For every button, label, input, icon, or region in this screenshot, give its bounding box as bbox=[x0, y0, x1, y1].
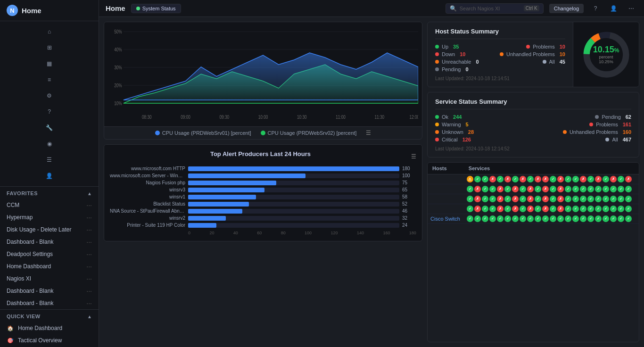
service-icon[interactable]: ✓ bbox=[595, 186, 602, 192]
host-name-link[interactable]: Cisco Switch bbox=[430, 216, 460, 222]
service-icon[interactable]: ✓ bbox=[489, 196, 496, 202]
sidebar-item-dashboard-blank-1[interactable]: Dashboard - Blank ··· bbox=[0, 236, 99, 248]
service-icon[interactable]: ✓ bbox=[512, 176, 519, 182]
service-icon[interactable]: ✓ bbox=[572, 196, 579, 202]
service-icon[interactable]: ✓ bbox=[572, 176, 579, 182]
service-icon[interactable]: ✓ bbox=[580, 196, 586, 202]
svc-pending-count[interactable]: 62 bbox=[626, 114, 631, 120]
db3-dots[interactable]: ··· bbox=[86, 299, 92, 307]
service-icon[interactable]: ✓ bbox=[550, 215, 556, 222]
service-icon[interactable]: ✓ bbox=[504, 206, 511, 212]
sidebar-item-home-dashboard[interactable]: 🏠 Home Dashboard bbox=[0, 322, 99, 334]
service-icon[interactable]: ✓ bbox=[610, 206, 617, 212]
chart-menu-button[interactable]: ☰ bbox=[366, 130, 371, 136]
problems-count[interactable]: 10 bbox=[560, 44, 565, 50]
service-icon[interactable]: ✗ bbox=[527, 206, 534, 212]
service-icon[interactable]: ✓ bbox=[572, 186, 579, 192]
alert-chart-menu-button[interactable]: ☰ bbox=[411, 153, 416, 160]
service-icon[interactable]: ✗ bbox=[557, 176, 564, 182]
service-icon[interactable]: ✓ bbox=[550, 206, 556, 212]
service-icon[interactable]: ✗ bbox=[497, 186, 504, 192]
service-icon[interactable]: ✗ bbox=[580, 176, 586, 182]
svc-all-count[interactable]: 467 bbox=[623, 137, 631, 142]
service-icon[interactable]: ✓ bbox=[610, 186, 617, 192]
service-icon[interactable]: ✓ bbox=[587, 215, 594, 222]
service-icon[interactable]: ✓ bbox=[520, 196, 526, 202]
service-icon[interactable]: ✓ bbox=[520, 215, 526, 222]
service-icon[interactable]: ✗ bbox=[542, 186, 549, 192]
service-icon[interactable]: ✗ bbox=[595, 176, 602, 182]
dp-dots[interactable]: ··· bbox=[86, 250, 92, 258]
service-icon[interactable]: ✗ bbox=[497, 196, 504, 202]
sidebar-home-icon[interactable]: ⌂ bbox=[42, 25, 57, 38]
service-icon[interactable]: ✓ bbox=[595, 196, 602, 202]
unknown-count[interactable]: 28 bbox=[468, 129, 474, 135]
sidebar-grid-icon[interactable]: ⊞ bbox=[42, 41, 57, 54]
service-icon[interactable]: ✓ bbox=[565, 206, 571, 212]
sidebar-user-icon[interactable]: 👤 bbox=[42, 169, 57, 182]
pending-count[interactable]: 0 bbox=[465, 66, 468, 72]
unhandled-count[interactable]: 10 bbox=[560, 51, 565, 57]
service-icon[interactable]: ✓ bbox=[489, 215, 496, 222]
services-table-scroll[interactable]: Hosts Services ⚠✓✓✗✓✗✓✗✓✗✗✓✗✓✓✗✓✗✓✗✓✗✓✗✓… bbox=[428, 163, 639, 224]
search-box[interactable]: 🔍 Ctrl K bbox=[446, 3, 544, 14]
service-icon[interactable]: ✓ bbox=[482, 215, 488, 222]
service-icon[interactable]: ✓ bbox=[520, 186, 526, 192]
service-icon[interactable]: ✓ bbox=[618, 196, 624, 202]
service-icon[interactable]: ✓ bbox=[565, 186, 571, 192]
service-icon[interactable]: ✓ bbox=[618, 186, 624, 192]
service-icon[interactable]: ✗ bbox=[512, 206, 519, 212]
favorites-toggle[interactable]: ▲ bbox=[87, 191, 92, 196]
service-icon[interactable]: ✓ bbox=[595, 215, 602, 222]
service-icon[interactable]: ✗ bbox=[557, 196, 564, 202]
service-icon[interactable]: ✓ bbox=[603, 206, 609, 212]
nxi-dots[interactable]: ··· bbox=[86, 275, 92, 282]
svc-problems-count[interactable]: 161 bbox=[623, 122, 631, 127]
sidebar-item-dashboard-blank-3[interactable]: Dashboard - Blank ··· bbox=[0, 297, 99, 309]
service-icon[interactable]: ✓ bbox=[535, 215, 541, 222]
service-icon[interactable]: ✓ bbox=[550, 196, 556, 202]
service-icon[interactable]: ✓ bbox=[565, 215, 571, 222]
service-icon[interactable]: ✓ bbox=[535, 186, 541, 192]
sidebar-item-dashboard-blank-2[interactable]: Dashboard - Blank ··· bbox=[0, 285, 99, 297]
service-icon[interactable]: ✗ bbox=[527, 186, 534, 192]
sidebar-item-nagios-xi[interactable]: Nagios XI ··· bbox=[0, 273, 99, 285]
service-icon[interactable]: ✓ bbox=[489, 206, 496, 212]
sidebar-item-deadpool[interactable]: Deadpool Settings ··· bbox=[0, 248, 99, 260]
service-icon[interactable]: ✓ bbox=[595, 206, 602, 212]
service-icon[interactable]: ✓ bbox=[535, 196, 541, 202]
sh-dots[interactable]: ··· bbox=[86, 263, 92, 270]
service-icon[interactable]: ✓ bbox=[504, 186, 511, 192]
service-icon[interactable]: ✓ bbox=[587, 196, 594, 202]
sidebar-network-icon[interactable]: ◉ bbox=[42, 137, 57, 150]
service-icon[interactable]: ✓ bbox=[618, 206, 624, 212]
service-icon[interactable]: ✗ bbox=[489, 176, 496, 182]
service-icon[interactable]: ✗ bbox=[542, 196, 549, 202]
service-icon[interactable]: ✓ bbox=[587, 186, 594, 192]
service-icon[interactable]: ✓ bbox=[572, 215, 579, 222]
service-icon[interactable]: ✗ bbox=[504, 176, 511, 182]
db2-dots[interactable]: ··· bbox=[86, 287, 92, 295]
disk-dots[interactable]: ··· bbox=[86, 226, 92, 233]
unreachable-count[interactable]: 0 bbox=[476, 59, 479, 65]
service-icon[interactable]: ✗ bbox=[625, 176, 632, 182]
db1-dots[interactable]: ··· bbox=[86, 238, 92, 246]
service-icon[interactable]: ✓ bbox=[603, 215, 609, 222]
service-icon[interactable]: ✗ bbox=[474, 186, 481, 192]
search-input[interactable] bbox=[460, 6, 521, 11]
service-icon[interactable]: ✓ bbox=[610, 215, 617, 222]
service-icon[interactable]: ✓ bbox=[618, 176, 624, 182]
service-icon[interactable]: ✓ bbox=[467, 196, 473, 202]
service-icon[interactable]: ✓ bbox=[603, 186, 609, 192]
service-icon[interactable]: ✗ bbox=[535, 176, 541, 182]
service-icon[interactable]: ✓ bbox=[527, 176, 534, 182]
service-icon[interactable]: ✓ bbox=[482, 206, 488, 212]
sidebar-list-icon[interactable]: ☰ bbox=[42, 153, 57, 166]
service-icon[interactable]: ✓ bbox=[565, 176, 571, 182]
service-icon[interactable]: ✓ bbox=[535, 206, 541, 212]
service-icon[interactable]: ✓ bbox=[512, 215, 519, 222]
service-icon[interactable]: ✓ bbox=[520, 206, 526, 212]
service-icon[interactable]: ✓ bbox=[572, 206, 579, 212]
service-icon[interactable]: ✓ bbox=[550, 186, 556, 192]
service-icon[interactable]: ✓ bbox=[603, 196, 609, 202]
